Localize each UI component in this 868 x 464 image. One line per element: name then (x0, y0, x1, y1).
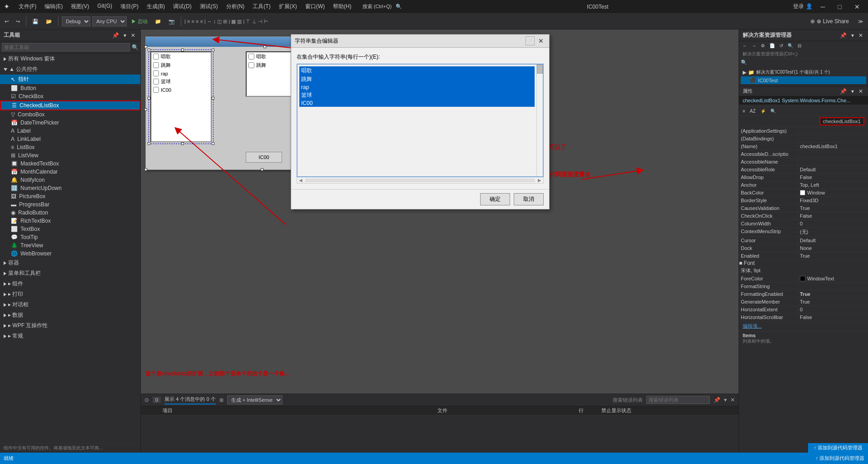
clb-check-5[interactable] (153, 87, 159, 93)
build-intellisense-select[interactable]: 生成 + IntelliSense (227, 395, 283, 404)
toolbox-item-linklabel[interactable]: A LinkLabel (0, 135, 140, 143)
dialog-items-list[interactable]: 唱歌 跳舞 rap 篮球 IC00 (298, 65, 536, 176)
toolbox-item-picturebox[interactable]: 🖼 PictureBox (0, 192, 140, 200)
toolbox-search-input[interactable] (2, 43, 130, 51)
clb2-check-2[interactable] (248, 62, 254, 68)
sol-collapse-btn[interactable]: ⊟ (796, 42, 803, 49)
toolbox-section-components[interactable]: ▸ 组件 (0, 279, 140, 289)
menu-tools[interactable]: 工具(T) (249, 2, 274, 11)
toolbox-item-combobox[interactable]: ▽ ComboBox (0, 110, 140, 119)
toolbar-open[interactable]: 📂 (43, 18, 55, 25)
dialog-hscrollbar[interactable]: ◀ ▶ (297, 177, 544, 184)
toolbox-item-radiobutton[interactable]: ◉ RadioButton (0, 209, 140, 217)
resize-handle-top[interactable] (263, 45, 266, 48)
toolbox-item-checkedlistbox[interactable]: ☰ CheckedListBox (0, 100, 140, 110)
props-row-forecolor[interactable]: ForeColor WindowText (739, 275, 868, 283)
clb-check-3[interactable] (153, 70, 159, 76)
props-row-horizontalextent[interactable]: HorizontalExtent 0 (739, 306, 868, 314)
dialog-help-btn[interactable]: ? (526, 36, 535, 45)
props-row-formattingenabled[interactable]: FormattingEnabled True (739, 290, 868, 298)
error-col-file[interactable]: 文件 (434, 406, 575, 415)
dialog-close-btn[interactable]: ✕ (536, 37, 546, 45)
solution-pin-btn[interactable]: 📌 (838, 32, 848, 39)
props-row-name[interactable]: (Name) checkedListBox1 (739, 143, 868, 150)
platform-select[interactable]: Any CPU (92, 16, 127, 26)
toolbox-section-data[interactable]: ▸ 数据 (0, 310, 140, 320)
error-col-line[interactable]: 行 (575, 406, 598, 415)
solution-close-btn[interactable]: ✕ (857, 32, 864, 39)
props-row-enabled[interactable]: Enabled True (739, 252, 868, 260)
clb2-check-1[interactable] (248, 54, 254, 60)
props-row-allowdrop[interactable]: AllowDrop False (739, 174, 868, 181)
props-row-databindings[interactable]: (DataBindings) (739, 135, 868, 143)
toolbox-item-numericupdown[interactable]: 🔢 NumericUpDown (0, 184, 140, 192)
menu-edit[interactable]: 编辑(E) (41, 2, 66, 11)
props-row-horizontalscrollbar[interactable]: HorizontalScrollbar False (739, 314, 868, 321)
scrollbar-thumb[interactable] (537, 65, 543, 74)
live-share-btn[interactable]: ⊕ ⊕ Live Share (806, 17, 853, 25)
menu-file[interactable]: 文件(F) (15, 2, 40, 11)
solution-search[interactable]: 🔍 (739, 59, 868, 66)
maximize-btn[interactable]: □ (833, 2, 846, 11)
error-tab-label[interactable]: 展示 4 个消息中的 0 个 (164, 396, 215, 404)
ic00-button[interactable]: IC00 (246, 152, 282, 163)
clb-item-1[interactable]: 唱歌 (151, 52, 211, 61)
sol-back-btn[interactable]: ← (741, 42, 749, 49)
props-row-columnwidth[interactable]: ColumnWidth 0 (739, 220, 868, 228)
toolbox-section-menus[interactable]: 菜单和工具栏 (0, 268, 140, 279)
props-search-btn[interactable]: 🔍 (769, 108, 778, 115)
toolbox-item-listview[interactable]: ⊞ ListView (0, 151, 140, 160)
toolbox-item-listbox[interactable]: ≡ ListBox (0, 143, 140, 151)
sol-forward-btn[interactable]: → (750, 42, 758, 49)
dialog-item-1[interactable]: 唱歌 (299, 66, 535, 75)
props-row-cursor[interactable]: Cursor Default (739, 237, 868, 244)
props-edit-link[interactable]: 编辑项... (743, 323, 762, 329)
toolbox-item-pointer[interactable]: ↖ 指针 (0, 75, 140, 84)
props-row-accessiblename[interactable]: AccessibleName (739, 158, 868, 166)
toolbox-item-notifyicon[interactable]: 🔔 NotifyIcon (0, 176, 140, 184)
props-row-applicationsettings[interactable]: (ApplicationSettings) (739, 127, 868, 135)
hscroll-right[interactable]: ▶ (536, 178, 543, 183)
props-sort-alpha-btn[interactable]: AZ (748, 108, 758, 115)
toolbar-redo[interactable]: ↪ (13, 18, 23, 25)
dialog-item-2[interactable]: 跳舞 (299, 75, 535, 84)
toolbox-item-checkbox[interactable]: ☑ CheckBox (0, 92, 140, 100)
solution-arrow-btn[interactable]: ▾ (850, 32, 855, 39)
menu-help[interactable]: 帮助(H) (329, 2, 355, 11)
props-row-borderstyle[interactable]: BorderStyle Fixed3D (739, 197, 868, 205)
close-btn[interactable]: ✕ (850, 2, 864, 11)
start-btn[interactable]: ▶ 启动 (129, 17, 150, 26)
props-row-contextmenustrip[interactable]: ContextMenuStrip (无) (739, 228, 868, 237)
props-row-accessibledesc[interactable]: AccessibleD...scriptio (739, 150, 868, 158)
toolbox-item-tooltip[interactable]: 💬 ToolTip (0, 233, 140, 241)
toolbox-section-public[interactable]: ▲ 公共控件 (0, 64, 140, 75)
clb-check-2[interactable] (153, 62, 159, 68)
menu-analyze[interactable]: 分析(N) (223, 2, 248, 11)
designer-area[interactable]: 唱歌 跳舞 rap 篮球 IC00 唱歌 跳舞 IC00 (141, 30, 739, 453)
dialog-ok-btn[interactable]: 确定 (480, 193, 510, 205)
toolbox-close-btn[interactable]: ✕ (129, 32, 137, 39)
toolbox-item-richtextbox[interactable]: 📝 RichTextBox (0, 217, 140, 225)
clb-check-4[interactable] (153, 79, 159, 85)
add-to-source-btn[interactable]: ↑ 添加到源代码管理器 (808, 443, 868, 453)
resize-handle-left[interactable] (144, 108, 147, 111)
dialog-item-4[interactable]: 篮球 (299, 91, 535, 100)
dialog-item-3[interactable]: rap (299, 84, 535, 91)
sol-filter-btn[interactable]: 🔍 (786, 42, 795, 49)
toolbox-item-progressbar[interactable]: ▬ ProgressBar (0, 200, 140, 209)
dialog-scrollbar[interactable] (536, 65, 543, 176)
error-col-status[interactable]: 禁止显示状态 (598, 406, 739, 415)
props-row-causesvalidation[interactable]: CausesValidation True (739, 205, 868, 212)
login-btn[interactable]: 登录 👤 (793, 3, 812, 10)
toolbox-section-general[interactable]: ▸ 常规 (0, 331, 140, 341)
sol-solution-root[interactable]: ▶ 📁 解决方案'IC00Test'(1 个项目/共 1 个) (741, 68, 866, 76)
clb-check-1[interactable] (153, 54, 159, 60)
toolbox-section-wpf[interactable]: ▸ WPF 互操作性 (0, 320, 140, 331)
error-panel-arrow[interactable]: ▾ (724, 397, 727, 403)
dialog-cancel-btn[interactable]: 取消 (514, 193, 544, 205)
sel-mr[interactable] (212, 97, 214, 100)
sel-bm[interactable] (181, 142, 184, 145)
toolbox-item-datetimepicker[interactable]: 📅 DateTimePicker (0, 119, 140, 127)
checkedlistbox-1[interactable]: 唱歌 跳舞 rap 篮球 IC00 (150, 51, 212, 142)
error-panel-pin[interactable]: 📌 (714, 397, 720, 403)
